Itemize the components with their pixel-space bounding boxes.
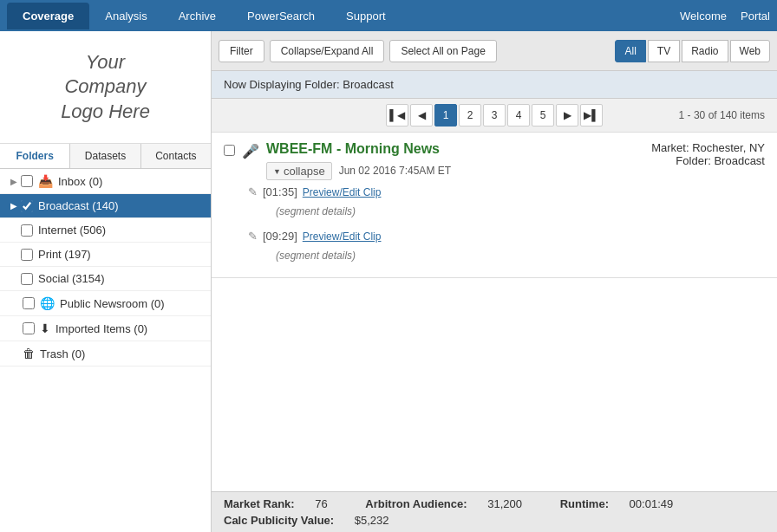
company-logo: YourCompanyLogo Here	[61, 50, 150, 125]
collapse-arrow-broadcast: ▶	[10, 201, 17, 211]
folder-label-trash: Trash (0)	[40, 347, 204, 360]
runtime-label: Runtime:	[560, 497, 609, 510]
folder-item-public-newsroom[interactable]: 🌐 Public Newsroom (0)	[0, 291, 211, 316]
item-info: WBEE-FM - Morning News ▼ collapse Jun 02…	[266, 141, 644, 180]
folder-item-social[interactable]: Social (3154)	[0, 267, 211, 291]
filter-button[interactable]: Filter	[219, 40, 264, 62]
collapse-arrow-inbox: ▶	[10, 177, 17, 186]
segment-time-1: [09:29]	[263, 230, 297, 243]
folder-label-internet: Internet (506)	[38, 224, 204, 237]
pager-page-1[interactable]: 1	[434, 104, 457, 127]
calc-value: $5,232	[355, 514, 389, 527]
folder-checkbox-public-newsroom[interactable]	[23, 297, 35, 309]
portal-link[interactable]: Portal	[741, 10, 770, 23]
folder-checkbox-imported-items[interactable]	[23, 322, 35, 334]
market-rank-label: Market Rank:	[224, 497, 295, 510]
pager-next[interactable]: ▶	[556, 104, 578, 127]
nav-tabs: Coverage Analysis Archive PowerSearch Su…	[7, 3, 680, 29]
market-value: Rochester, NY	[692, 141, 765, 154]
item-checkbox-0[interactable]	[224, 145, 235, 156]
folder-meta: Folder: Broadcast	[651, 154, 765, 167]
sidebar-tab-contacts[interactable]: Contacts	[141, 144, 211, 168]
pencil-icon-0: ✎	[248, 185, 258, 198]
nav-tab-analysis[interactable]: Analysis	[89, 3, 162, 29]
nav-tab-powersearch[interactable]: PowerSearch	[232, 3, 330, 29]
pager-first[interactable]: ▌◀	[386, 104, 408, 127]
calc-stat: Calc Publicity Value: $5,232	[224, 514, 407, 527]
collapse-label: collapse	[284, 165, 325, 178]
select-all-button[interactable]: Select All on Page	[389, 40, 496, 62]
preview-edit-clip-link-0[interactable]: Preview/Edit Clip	[303, 186, 382, 198]
pager-page-2[interactable]: 2	[459, 104, 481, 127]
folder-item-print[interactable]: Print (197)	[0, 243, 211, 267]
preview-edit-clip-link-1[interactable]: Preview/Edit Clip	[303, 230, 382, 243]
item-header-0: 🎤 WBEE-FM - Morning News ▼ collapse Jun …	[224, 141, 765, 180]
pagination-bar: ▌◀ ◀ 1 2 3 4 5 ▶ ▶▌ 1 - 30 of 140 items	[212, 99, 777, 133]
folder-label-imported-items: Imported Items (0)	[56, 322, 204, 335]
import-icon: ⬇	[40, 321, 50, 335]
folder-checkbox-print[interactable]	[21, 249, 33, 261]
sidebar: YourCompanyLogo Here Folders Datasets Co…	[0, 31, 212, 532]
folder-label-broadcast: Broadcast (140)	[38, 199, 204, 212]
logo-area: YourCompanyLogo Here	[0, 31, 211, 144]
page-info: 1 - 30 of 140 items	[679, 109, 765, 121]
microphone-icon: 🎤	[242, 143, 259, 159]
arbitron-stat: Arbitron Audience: 31,200	[365, 497, 542, 510]
item-date-0: Jun 02 2016 7:45AM ET	[339, 165, 451, 177]
sidebar-tab-folders[interactable]: Folders	[0, 144, 70, 168]
welcome-text: Welcome	[680, 10, 741, 23]
nav-tab-support[interactable]: Support	[330, 3, 402, 29]
nav-tab-coverage[interactable]: Coverage	[7, 3, 89, 29]
pager-page-5[interactable]: 5	[532, 104, 554, 127]
pager-page-4[interactable]: 4	[507, 104, 530, 127]
content-area: Filter Collapse/Expand All Select All on…	[212, 31, 777, 532]
folder-label-social: Social (3154)	[38, 272, 204, 285]
item-title-0: WBEE-FM - Morning News	[266, 141, 644, 157]
pager-last[interactable]: ▶▌	[580, 104, 603, 127]
folder-meta-label: Folder:	[676, 154, 710, 167]
item-card-0: 🎤 WBEE-FM - Morning News ▼ collapse Jun …	[212, 133, 777, 278]
top-navigation: Coverage Analysis Archive PowerSearch Su…	[0, 0, 777, 31]
folder-item-broadcast[interactable]: ▶ Broadcast (140)	[0, 194, 211, 218]
folder-item-inbox[interactable]: ▶ 📥 Inbox (0)	[0, 169, 211, 194]
market-rank-value: 76	[315, 497, 327, 510]
pager-page-3[interactable]: 3	[483, 104, 506, 127]
folder-label-public-newsroom: Public Newsroom (0)	[60, 297, 204, 310]
folder-checkbox-internet[interactable]	[21, 224, 33, 237]
sidebar-tab-datasets[interactable]: Datasets	[70, 144, 140, 168]
folder-checkbox-inbox[interactable]	[21, 175, 33, 187]
nav-tab-archive[interactable]: Archive	[163, 3, 232, 29]
arbitron-label: Arbitron Audience:	[365, 497, 467, 510]
folder-checkbox-social[interactable]	[21, 273, 33, 285]
segment-time-0: [01:35]	[263, 185, 297, 198]
runtime-stat: Runtime: 00:01:49	[560, 497, 691, 510]
segment-row-0: ✎ [01:35] Preview/Edit Clip	[224, 180, 765, 200]
filter-tab-web[interactable]: Web	[730, 40, 770, 62]
filter-tab-radio[interactable]: Radio	[682, 40, 728, 62]
collapse-button-0[interactable]: ▼ collapse	[266, 162, 332, 180]
filter-tab-all[interactable]: All	[615, 40, 645, 62]
filter-tabs: All TV Radio Web	[615, 40, 770, 62]
market-rank-stat: Market Rank: 76	[224, 497, 348, 510]
folder-item-imported-items[interactable]: ⬇ Imported Items (0)	[0, 316, 211, 341]
collapse-expand-button[interactable]: Collapse/Expand All	[270, 40, 385, 62]
folder-label-inbox: Inbox (0)	[58, 175, 204, 188]
folder-item-internet[interactable]: Internet (506)	[0, 218, 211, 243]
item-meta-right-0: Market: Rochester, NY Folder: Broadcast	[651, 141, 765, 167]
pager-prev[interactable]: ◀	[410, 104, 433, 127]
folder-header: Now Displaying Folder: Broadcast	[212, 71, 777, 99]
folder-item-trash[interactable]: 🗑 Trash (0)	[0, 341, 211, 367]
segment-row-1: ✎ [09:29] Preview/Edit Clip	[224, 224, 765, 244]
folder-meta-value: Broadcast	[714, 154, 765, 167]
runtime-value: 00:01:49	[630, 497, 674, 510]
filter-tab-tv[interactable]: TV	[648, 40, 680, 62]
trash-icon: 🗑	[23, 347, 35, 360]
folder-checkbox-broadcast[interactable]	[21, 200, 33, 212]
collapse-arrow-icon: ▼	[273, 167, 281, 176]
globe-icon: 🌐	[40, 296, 55, 310]
folder-list: ▶ 📥 Inbox (0) ▶ Broadcast (140) Internet…	[0, 169, 211, 532]
toolbar: Filter Collapse/Expand All Select All on…	[212, 31, 777, 71]
folder-label-print: Print (197)	[38, 248, 204, 261]
inbox-icon: 📥	[38, 174, 53, 188]
main-layout: YourCompanyLogo Here Folders Datasets Co…	[0, 31, 777, 532]
